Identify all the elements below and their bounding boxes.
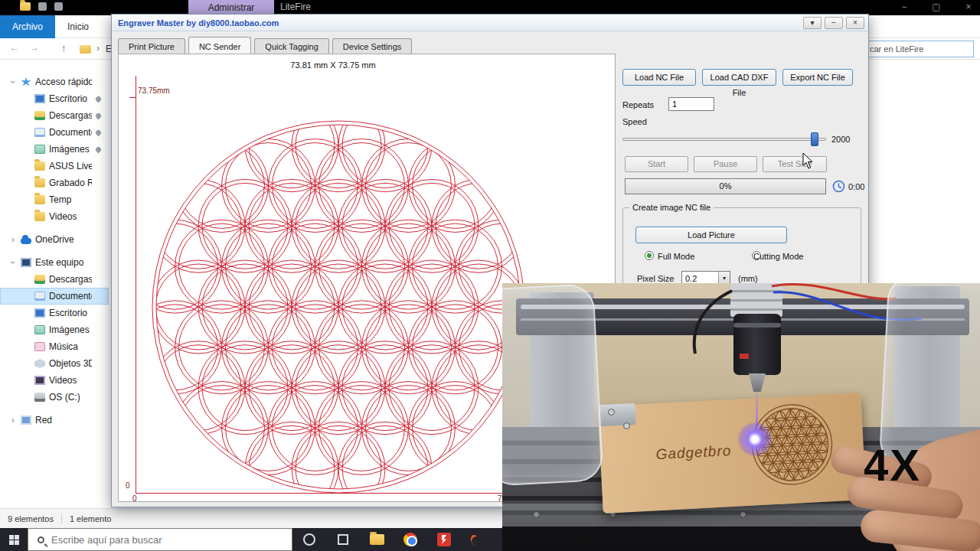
sidebar-item[interactable]: Escritorio bbox=[0, 90, 109, 107]
window-title: LiteFire bbox=[280, 2, 311, 12]
ribbon-context-tab[interactable]: Administrar bbox=[188, 0, 274, 15]
forward-icon[interactable]: → bbox=[29, 42, 39, 54]
engraver-tab[interactable]: Device Settings bbox=[332, 38, 412, 54]
sidebar-item-label: Temp bbox=[49, 194, 71, 205]
window-control-button[interactable]: − bbox=[899, 2, 910, 12]
pause-button[interactable]: Pause bbox=[694, 156, 757, 172]
pixel-size-unit: (mm) bbox=[738, 274, 758, 283]
engraver-titlebar[interactable]: Engraver Master by diy8000.taobao.com ▾ … bbox=[112, 15, 868, 31]
sidebar-item[interactable]: Videos bbox=[0, 208, 109, 225]
sidebar-item[interactable]: › Red bbox=[0, 412, 109, 429]
sidebar-item[interactable]: ASUS Live Update bbox=[0, 158, 109, 174]
full-mode-label: Full Mode bbox=[658, 252, 694, 261]
sidebar-item-icon bbox=[34, 212, 45, 221]
quick-access-toolbar bbox=[20, 2, 63, 11]
start-button[interactable] bbox=[0, 528, 28, 551]
window-control-button[interactable]: × bbox=[963, 2, 974, 12]
explorer-search-input[interactable]: car en LiteFire bbox=[865, 41, 974, 57]
y-origin-label: 0 bbox=[126, 481, 130, 490]
laser-nozzle bbox=[749, 373, 766, 392]
ribbon-tab[interactable]: Archivo bbox=[0, 15, 55, 38]
sidebar-item[interactable]: › Este equipo bbox=[0, 254, 109, 271]
up-icon[interactable]: ↑ bbox=[61, 42, 67, 54]
sidebar-item[interactable]: Descargas bbox=[0, 271, 109, 288]
load-cad-dxf-button[interactable]: Load CAD DXF File bbox=[702, 69, 776, 86]
task-view-icon bbox=[338, 534, 348, 545]
cortana-button[interactable] bbox=[292, 528, 326, 551]
laser-glow bbox=[738, 422, 772, 456]
sidebar-item-label: ASUS Live Update bbox=[49, 161, 92, 171]
task-view-button[interactable] bbox=[326, 528, 360, 551]
sidebar-item[interactable]: Escritorio bbox=[0, 305, 109, 321]
sidebar-item-label: Descargas bbox=[49, 110, 92, 121]
screen: Archivo Inicio Comp ← → ↑ › E car en Lit… bbox=[0, 0, 980, 551]
sidebar-item-icon bbox=[34, 94, 45, 103]
load-picture-button[interactable]: Load Picture bbox=[635, 227, 787, 243]
sidebar-item[interactable]: Descargas bbox=[0, 107, 109, 124]
full-mode-radio[interactable] bbox=[645, 251, 654, 260]
taskbar-search[interactable] bbox=[28, 528, 292, 551]
folder-icon[interactable] bbox=[20, 2, 31, 11]
browser-button[interactable] bbox=[461, 528, 495, 551]
sidebar-item[interactable]: Videos bbox=[0, 372, 109, 389]
sidebar-item-label: Escritorio bbox=[49, 308, 87, 318]
start-button[interactable]: Start bbox=[625, 156, 688, 172]
left-acrylic-panel bbox=[502, 283, 604, 486]
window-controls: −▢× bbox=[899, 2, 974, 12]
selection-count: 1 elemento bbox=[62, 514, 119, 523]
sidebar-item-label: Objetos 3D bbox=[49, 358, 92, 369]
ribbon-tab[interactable]: Inicio bbox=[55, 15, 101, 38]
repeats-label: Repeats bbox=[622, 100, 654, 109]
explorer-sidebar: › Acceso rápido Escritorio Descargas bbox=[0, 73, 109, 429]
sidebar-item[interactable]: › OneDrive bbox=[0, 231, 109, 248]
engraver-tab[interactable]: Print Picture bbox=[118, 38, 185, 54]
speed-slider-handle[interactable] bbox=[811, 132, 818, 146]
restore-button[interactable]: ▾ bbox=[803, 17, 822, 29]
elapsed-time: 0:00 bbox=[848, 182, 864, 191]
engraver-tab[interactable]: Quick Tagging bbox=[254, 38, 329, 54]
speed-slider-track[interactable] bbox=[622, 138, 826, 141]
chrome-button[interactable] bbox=[394, 528, 427, 551]
window-control-button[interactable]: ▢ bbox=[931, 2, 942, 12]
taskbar-search-input[interactable] bbox=[51, 534, 266, 546]
sidebar-item[interactable]: Temp bbox=[0, 191, 109, 208]
pixel-size-value: 0.2 bbox=[682, 274, 718, 283]
sidebar-item[interactable]: › Acceso rápido bbox=[0, 73, 109, 90]
clamp-bolt-icon bbox=[608, 409, 615, 416]
sidebar-item[interactable]: Documentos bbox=[0, 288, 109, 305]
sidebar-item[interactable]: Imágenes bbox=[0, 141, 109, 158]
expander-icon[interactable]: › bbox=[9, 416, 17, 424]
test-size-button[interactable]: Test Size bbox=[763, 156, 827, 172]
close-button[interactable]: × bbox=[846, 17, 864, 29]
file-explorer-button[interactable] bbox=[360, 528, 394, 551]
progress-bar: 0% bbox=[625, 178, 826, 194]
export-nc-file-button[interactable]: Export NC File bbox=[782, 69, 853, 86]
pin-icon bbox=[95, 95, 103, 103]
load-nc-file-button[interactable]: Load NC File bbox=[622, 69, 696, 86]
sidebar-item[interactable]: Objetos 3D bbox=[0, 355, 109, 372]
sidebar-item[interactable]: Música bbox=[0, 338, 109, 355]
sidebar-item[interactable]: Grabado Router bbox=[0, 174, 109, 191]
speed-label: Speed bbox=[622, 117, 647, 126]
sidebar-item-icon bbox=[21, 258, 31, 267]
windows-logo-icon bbox=[9, 535, 19, 545]
expander-icon[interactable]: › bbox=[9, 78, 17, 86]
engraver-tab[interactable]: NC Sender bbox=[188, 37, 251, 54]
litefire-button[interactable] bbox=[427, 528, 461, 551]
back-icon[interactable]: ← bbox=[9, 42, 19, 54]
new-folder-icon[interactable] bbox=[54, 2, 63, 11]
repeats-input[interactable] bbox=[668, 97, 714, 111]
sidebar-item[interactable]: Documentos bbox=[0, 124, 109, 141]
breadcrumb-chevron-icon: › bbox=[96, 43, 100, 54]
sidebar-item-label: Grabado Router bbox=[49, 178, 92, 188]
group-title: Create image NC file bbox=[629, 203, 714, 212]
sidebar-item[interactable]: Imágenes bbox=[0, 321, 109, 338]
pin-icon bbox=[95, 145, 103, 153]
expander-icon[interactable]: › bbox=[9, 236, 17, 243]
minimize-button[interactable]: − bbox=[825, 17, 843, 29]
expander-icon[interactable]: › bbox=[9, 259, 17, 266]
properties-icon[interactable] bbox=[38, 2, 47, 11]
sidebar-item[interactable]: OS (C:) bbox=[0, 389, 109, 406]
engraver-tab-strip: Print Picture NC Sender Quick Tagging De… bbox=[118, 36, 415, 54]
x-axis-line bbox=[136, 493, 520, 494]
